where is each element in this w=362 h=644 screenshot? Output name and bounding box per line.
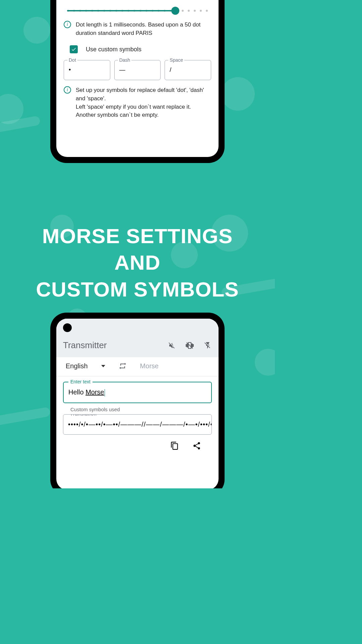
info-icon: i — [64, 21, 71, 28]
custom-symbols-note: Custom symbols used — [70, 407, 212, 412]
flash-off-icon[interactable] — [204, 341, 212, 350]
share-icon[interactable] — [192, 441, 201, 450]
translation-output: Translation ••••/•/•—••/•—••/———//——/———… — [63, 414, 212, 435]
phone-frame-settings: FREQUENCY: ULTRA LOW WORDS PER MINUTE: 1… — [50, 0, 225, 163]
symbols-info: Set up your symbols for replace default … — [76, 86, 211, 119]
chevron-down-icon — [101, 365, 105, 367]
vibration-off-icon[interactable] — [186, 341, 194, 350]
space-symbol-input[interactable]: Space / — [165, 60, 211, 80]
marketing-banner: MORSE SETTINGS AND CUSTOM SYMBOLS — [0, 223, 275, 303]
settings-screen: FREQUENCY: ULTRA LOW WORDS PER MINUTE: 1… — [56, 0, 219, 157]
info-icon: i — [64, 86, 71, 94]
copy-icon[interactable] — [170, 441, 179, 450]
swap-languages-icon[interactable] — [119, 362, 127, 370]
language-target-label: Morse — [140, 362, 159, 370]
transmitter-screen: Transmitter English Morse Enter text Hel… — [56, 319, 219, 488]
camera-hole — [63, 323, 72, 332]
mute-sound-icon[interactable] — [168, 341, 176, 350]
phone-frame-transmitter: Transmitter English Morse Enter text Hel… — [50, 313, 225, 488]
language-source-select[interactable]: English — [66, 362, 105, 370]
wpm-label: WORDS PER MINUTE: 16 — [64, 0, 211, 1]
enter-text-input[interactable]: Enter text Hello Morse — [63, 382, 212, 403]
use-custom-symbols-label: Use custom symbols — [86, 46, 141, 53]
dot-symbol-input[interactable]: Dot • — [64, 60, 110, 80]
screen-title: Transmitter — [63, 340, 107, 351]
dash-symbol-input[interactable]: Dash — — [114, 60, 161, 80]
dot-length-info: Dot length is 1 milliseconds. Based upon… — [76, 21, 211, 37]
wpm-slider[interactable] — [67, 7, 208, 15]
use-custom-symbols-checkbox[interactable] — [70, 45, 78, 53]
